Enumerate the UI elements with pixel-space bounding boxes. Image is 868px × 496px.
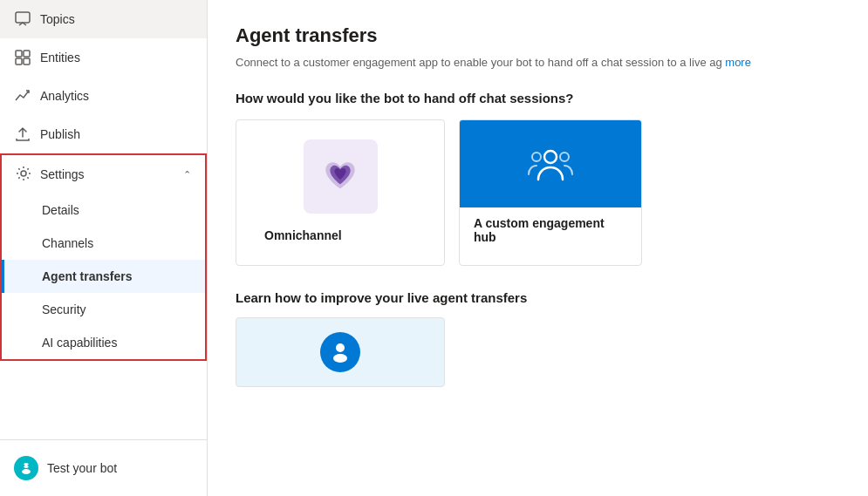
sidebar-item-settings[interactable]: Settings ⌃ [2,155,205,194]
analytics-icon [14,87,31,105]
sidebar: Topics Entities Analytics [0,0,208,496]
sidebar-item-publish-label: Publish [40,127,80,141]
omnichannel-icon-area [301,138,379,216]
custom-hub-card[interactable]: A custom engagement hub [459,119,642,266]
sidebar-item-analytics[interactable]: Analytics [0,77,207,115]
sidebar-item-analytics-label: Analytics [40,89,89,103]
svg-point-14 [336,343,345,352]
subtitle-text: Connect to a customer engagement app to … [236,56,722,69]
sidebar-item-topics[interactable]: Topics [0,0,207,38]
learn-cards-row [236,317,840,387]
svg-point-13 [560,153,569,161]
settings-section: Settings ⌃ Details Channels Agent transf… [0,153,207,361]
settings-icon [16,166,31,184]
svg-point-9 [28,465,30,466]
page-subtitle: Connect to a customer engagement app to … [236,54,829,71]
sidebar-sub-item-channels[interactable]: Channels [2,227,205,260]
sidebar-item-entities[interactable]: Entities [0,38,207,77]
svg-point-7 [22,469,31,474]
option-cards-row: Omnichannel A custom engagement hub [236,119,840,266]
learn-card[interactable] [236,317,445,387]
handoff-question: How would you like the bot to hand off c… [236,91,840,105]
svg-rect-1 [16,51,22,57]
svg-point-12 [532,153,541,161]
main-content: Agent transfers Connect to a customer en… [208,0,868,496]
entities-icon [14,49,31,66]
svg-rect-0 [16,12,30,23]
svg-point-11 [544,151,557,163]
sidebar-item-entities-label: Entities [40,51,80,65]
svg-rect-2 [24,51,30,57]
svg-rect-3 [16,58,22,65]
page-title: Agent transfers [236,24,840,47]
sidebar-item-settings-label: Settings [40,167,85,181]
subtitle-more-link[interactable]: more [725,56,751,69]
sidebar-scroll: Topics Entities Analytics [0,0,207,439]
sidebar-sub-item-agent-transfers[interactable]: Agent transfers [2,260,205,293]
sidebar-sub-details-label: Details [42,203,79,217]
sidebar-sub-channels-label: Channels [42,236,93,250]
test-bot-label: Test your bot [47,461,117,475]
learn-section-title: Learn how to improve your live agent tra… [236,290,840,305]
sidebar-sub-security-label: Security [42,302,86,316]
learn-avatar [320,332,360,372]
sidebar-bottom: Test your bot [0,439,207,496]
omnichannel-logo-bg [304,139,378,214]
sidebar-item-topics-label: Topics [40,12,75,26]
svg-point-15 [333,354,347,363]
omnichannel-card[interactable]: Omnichannel [236,119,445,266]
svg-point-5 [21,171,26,176]
sidebar-item-publish[interactable]: Publish [0,115,207,153]
topics-icon [14,10,31,28]
custom-hub-card-label: A custom engagement hub [460,207,641,253]
publish-icon [14,126,31,143]
sidebar-sub-ai-label: AI capabilities [42,336,117,350]
sidebar-sub-item-security[interactable]: Security [2,293,205,326]
test-bot-button[interactable]: Test your bot [0,447,207,489]
svg-point-8 [24,465,25,466]
sidebar-sub-agent-transfers-label: Agent transfers [42,269,132,283]
omnichannel-card-label: Omnichannel [250,225,430,251]
svg-rect-4 [24,58,30,65]
sidebar-sub-item-ai-capabilities[interactable]: AI capabilities [2,326,205,359]
bot-avatar [14,456,38,480]
custom-hub-icon-area [460,120,641,207]
settings-chevron-icon: ⌃ [183,169,191,180]
sidebar-sub-item-details[interactable]: Details [2,194,205,227]
